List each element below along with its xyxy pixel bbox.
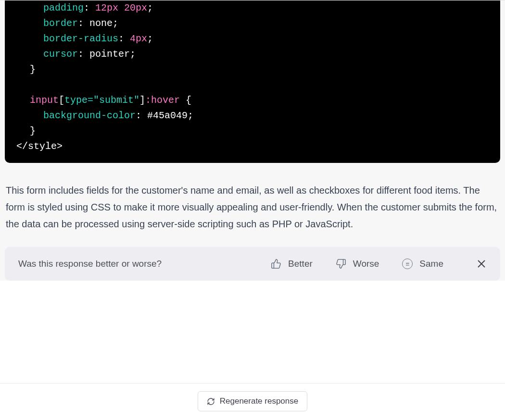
thumbs-down-icon — [336, 259, 346, 269]
feedback-worse-button[interactable]: Worse — [336, 259, 379, 269]
response-area: padding: 12px 20px;border: none;border-r… — [0, 0, 505, 281]
feedback-question: Was this response better or worse? — [18, 259, 162, 269]
feedback-worse-label: Worse — [353, 259, 379, 269]
feedback-better-button[interactable]: Better — [271, 259, 313, 269]
thumbs-up-icon — [271, 259, 281, 269]
feedback-close-button[interactable] — [476, 259, 487, 269]
response-description: This form includes fields for the custom… — [0, 163, 505, 247]
close-icon — [476, 259, 487, 269]
regenerate-button[interactable]: Regenerate response — [198, 391, 308, 411]
feedback-bar: Was this response better or worse? Bette… — [5, 247, 500, 281]
feedback-options: Better Worse = Same — [271, 259, 487, 269]
regenerate-icon — [207, 397, 215, 406]
code-block[interactable]: padding: 12px 20px;border: none;border-r… — [5, 0, 500, 163]
equals-icon: = — [402, 259, 413, 269]
feedback-better-label: Better — [288, 259, 313, 269]
regenerate-label: Regenerate response — [220, 396, 299, 406]
bottom-bar: Regenerate response — [0, 383, 505, 420]
feedback-same-button[interactable]: = Same — [402, 259, 443, 269]
feedback-same-label: Same — [419, 259, 443, 269]
